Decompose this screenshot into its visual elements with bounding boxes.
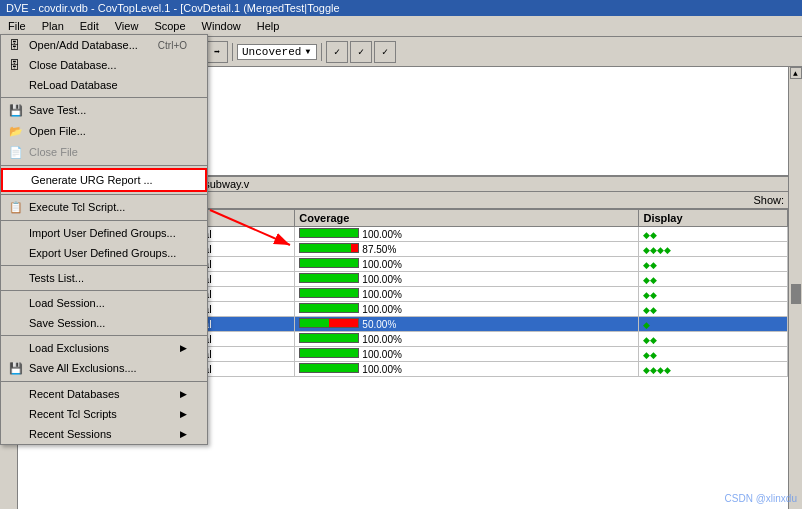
row-coverage-2: 100.00% [295,257,639,272]
row-coverage-3: 100.00% [295,272,639,287]
separator-2 [1,165,207,166]
menu-recent-tcl-scripts[interactable]: Recent Tcl Scripts ▶ [1,404,207,424]
coverage-bar-fill-8 [300,349,358,357]
menu-help[interactable]: Help [249,18,288,34]
menu-import-groups[interactable]: Import User Defined Groups... [1,223,207,243]
tb-check3[interactable]: ✓ [374,41,396,63]
reload-icon [9,79,25,91]
coverage-filter-dropdown[interactable]: Uncovered ▼ [237,44,317,60]
menu-recent-databases[interactable]: Recent Databases ▶ [1,384,207,404]
diamond-icons-5: ◆◆ [643,305,657,315]
coverage-pct-4: 100.00% [362,289,401,300]
toolbar-separator-4 [321,43,322,61]
row-coverage-0: 100.00% [295,227,639,242]
row-display-8: ◆◆ [639,347,788,362]
coverage-filter-value: Uncovered [242,46,301,58]
toolbar-separator-3 [232,43,233,61]
menu-export-groups[interactable]: Export User Defined Groups... [1,243,207,263]
coverage-bar-fill-6 [300,319,329,327]
coverage-bar-container-4 [299,288,359,298]
menu-save-test[interactable]: 💾Save Test... [1,100,207,121]
save-excl-icon: 💾 [9,362,25,375]
coverage-pct-6: 50.00% [362,319,396,330]
diamond-icons-2: ◆◆ [643,260,657,270]
row-display-0: ◆◆ [639,227,788,242]
close-file-icon: 📄 [9,146,25,159]
coverage-pct-5: 100.00% [362,304,401,315]
coverage-bar-container-6 [299,318,359,328]
open-icon: 📂 [9,125,25,138]
separator-3 [1,194,207,195]
show-label: Show: [753,194,784,206]
coverage-bar-fill-7 [300,334,358,342]
separator-8 [1,381,207,382]
menu-generate-urg-report[interactable]: Generate URG Report ... [1,168,207,192]
scroll-thumb[interactable] [791,284,801,304]
tb-right-nav[interactable]: ➡ [206,41,228,63]
menu-open-add-database[interactable]: 🗄Open/Add Database... Ctrl+O [1,35,207,55]
coverage-bar-fill-3 [300,274,358,282]
menu-file[interactable]: File [0,18,34,34]
tb-check1[interactable]: ✓ [326,41,348,63]
recent-tcl-icon [9,408,25,420]
tb-check2[interactable]: ✓ [350,41,372,63]
row-display-3: ◆◆ [639,272,788,287]
menu-close-database[interactable]: 🗄Close Database... [1,55,207,75]
scroll-up-button[interactable]: ▲ [790,67,802,79]
diamond-icons-0: ◆◆ [643,230,657,240]
coverage-pct-0: 100.00% [362,229,401,240]
diamond-icons-3: ◆◆ [643,275,657,285]
menu-tests-list[interactable]: Tests List... [1,268,207,288]
menu-view[interactable]: View [107,18,147,34]
export-icon [9,247,25,259]
coverage-pct-1: 87.50% [362,244,396,255]
menu-reload-database[interactable]: ReLoad Database [1,75,207,95]
menu-edit[interactable]: Edit [72,18,107,34]
recent-sess-icon [9,428,25,440]
file-dropdown-menu: 🗄Open/Add Database... Ctrl+O 🗄Close Data… [0,34,208,445]
coverage-bar-container-2 [299,258,359,268]
coverage-bar-container-1 [299,243,359,253]
title-bar: DVE - covdir.vdb - CovTopLevel.1 - [CovD… [0,0,802,16]
row-coverage-1: 87.50% [295,242,639,257]
diamond-icons-8: ◆◆ [643,350,657,360]
diamond-icons-7: ◆◆ [643,335,657,345]
db-icon: 🗄 [9,39,25,51]
menu-save-session[interactable]: Save Session... [1,313,207,333]
separator-4 [1,220,207,221]
col-display: Display [639,210,788,227]
row-display-4: ◆◆ [639,287,788,302]
row-coverage-6: 50.00% [295,317,639,332]
coverage-bar-fill-4 [300,289,358,297]
menu-window[interactable]: Window [194,18,249,34]
row-display-5: ◆◆ [639,302,788,317]
menu-close-file[interactable]: 📄Close File [1,142,207,163]
coverage-bar-fill-0 [300,229,358,237]
coverage-pct-3: 100.00% [362,274,401,285]
diamond-icons-6: ◆ [643,320,650,330]
row-display-6: ◆ [639,317,788,332]
menu-scope[interactable]: Scope [146,18,193,34]
menu-execute-tcl[interactable]: 📋Execute Tcl Script... [1,197,207,218]
menu-bar: File Plan Edit View Scope Window Help 🗄O… [0,16,802,37]
import-icon [9,227,25,239]
coverage-pct-8: 100.00% [362,349,401,360]
menu-load-exclusions[interactable]: Load Exclusions ▶ [1,338,207,358]
coverage-bar-container-5 [299,303,359,313]
row-coverage-5: 100.00% [295,302,639,317]
menu-load-session[interactable]: Load Session... [1,293,207,313]
close-db-icon: 🗄 [9,59,25,71]
save-icon: 💾 [9,104,25,117]
menu-plan[interactable]: Plan [34,18,72,34]
coverage-bar-container-8 [299,348,359,358]
row-coverage-7: 100.00% [295,332,639,347]
coverage-bar-container-7 [299,333,359,343]
menu-open-file[interactable]: 📂Open File... [1,121,207,142]
right-scrollbar: ▲ ▼ [788,67,802,509]
coverage-bar-fill-1 [300,244,351,252]
coverage-pct-2: 100.00% [362,259,401,270]
row-coverage-9: 100.00% [295,362,639,377]
menu-save-all-exclusions[interactable]: 💾Save All Exclusions.... [1,358,207,379]
separator-6 [1,290,207,291]
menu-recent-sessions[interactable]: Recent Sessions ▶ [1,424,207,444]
